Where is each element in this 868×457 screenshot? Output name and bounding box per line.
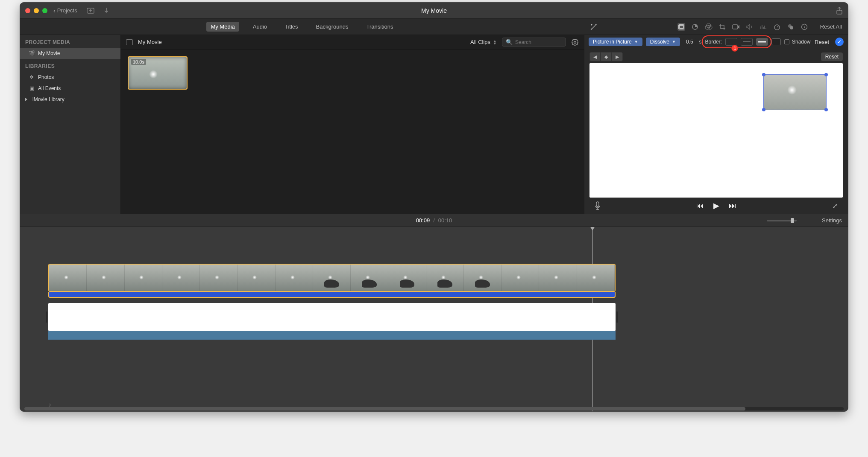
resize-handle-br[interactable] bbox=[824, 108, 828, 111]
browser-title: My Movie bbox=[138, 39, 162, 45]
crop-icon[interactable] bbox=[718, 23, 726, 31]
color-correction-icon[interactable] bbox=[705, 23, 713, 31]
fullscreen-icon[interactable]: ⤢ bbox=[832, 202, 838, 210]
overlay-mode-label: Picture in Picture bbox=[593, 39, 632, 45]
pip-reset-button[interactable]: Reset bbox=[815, 39, 829, 45]
speed-icon[interactable] bbox=[773, 23, 781, 31]
pip-overlay[interactable] bbox=[763, 74, 827, 110]
keyframe-nav: ◀ ◆ ▶ bbox=[589, 52, 623, 61]
sidebar-item-label: iMovie Library bbox=[32, 96, 65, 102]
keyframe-prev-button[interactable]: ◀ bbox=[589, 52, 601, 61]
keyframe-add-button[interactable]: ◆ bbox=[601, 52, 612, 61]
svg-point-14 bbox=[574, 41, 576, 43]
play-button[interactable]: ▶ bbox=[713, 201, 719, 210]
timeline[interactable]: ♪ bbox=[20, 227, 848, 411]
info-icon[interactable] bbox=[801, 23, 808, 31]
clapperboard-icon: 🎬 bbox=[29, 50, 35, 56]
back-to-projects-button[interactable]: ‹ Projects bbox=[53, 7, 77, 14]
photos-icon: ✲ bbox=[29, 74, 35, 80]
tab-titles[interactable]: Titles bbox=[281, 22, 302, 32]
pip-transition-dropdown[interactable]: Dissolve ▼ bbox=[646, 38, 680, 46]
stabilization-icon[interactable] bbox=[732, 23, 740, 31]
canvas-reset-button[interactable]: Reset bbox=[821, 52, 843, 61]
search-input[interactable] bbox=[515, 39, 562, 45]
volume-icon[interactable] bbox=[746, 23, 754, 31]
sidebar: PROJECT MEDIA 🎬 My Movie LIBRARIES ✲ Pho… bbox=[20, 35, 121, 214]
sidebar-item-my-movie[interactable]: 🎬 My Movie bbox=[20, 48, 120, 59]
resize-handle-tr[interactable] bbox=[824, 73, 828, 76]
timeline-scrollbar[interactable] bbox=[24, 407, 844, 410]
download-icon[interactable] bbox=[104, 7, 109, 14]
preview-canvas[interactable] bbox=[589, 63, 843, 198]
tab-audio[interactable]: Audio bbox=[249, 22, 271, 32]
sidebar-item-label: Photos bbox=[38, 74, 54, 80]
clip-filter-dropdown[interactable]: All Clips ▲▼ bbox=[470, 39, 497, 45]
timecode-row: 00:09 / 00:10 Settings bbox=[20, 214, 848, 227]
svg-rect-8 bbox=[733, 25, 738, 29]
canvas-area: ◀ ◆ ▶ Reset bbox=[584, 49, 848, 214]
chevron-down-icon: ▼ bbox=[672, 40, 676, 44]
resize-handle-bl[interactable] bbox=[762, 108, 765, 111]
browser-settings-icon[interactable] bbox=[571, 38, 579, 46]
svg-rect-17 bbox=[596, 202, 599, 207]
overlay-settings-icon[interactable] bbox=[677, 23, 685, 31]
minimize-window-button[interactable] bbox=[34, 8, 39, 13]
sidebar-item-photos[interactable]: ✲ Photos bbox=[20, 72, 120, 83]
svg-point-11 bbox=[790, 26, 793, 29]
color-balance-icon[interactable] bbox=[691, 23, 699, 31]
middle-area: PROJECT MEDIA 🎬 My Movie LIBRARIES ✲ Pho… bbox=[20, 35, 848, 214]
viewer-panel: Picture in Picture ▼ Dissolve ▼ 0.5 s Bo… bbox=[584, 35, 848, 214]
tab-my-media[interactable]: My Media bbox=[206, 22, 239, 32]
share-icon[interactable] bbox=[836, 7, 843, 15]
overlay-audio-lane[interactable] bbox=[48, 292, 616, 298]
time-separator: / bbox=[433, 217, 435, 224]
total-time: 00:10 bbox=[438, 217, 452, 224]
tab-backgrounds[interactable]: Backgrounds bbox=[312, 22, 353, 32]
border-thin-button[interactable] bbox=[741, 38, 753, 46]
border-color-well[interactable] bbox=[771, 38, 781, 45]
resize-handle-tl[interactable] bbox=[762, 73, 765, 76]
clip-trim-handle-right[interactable] bbox=[616, 311, 618, 323]
clip-trim-handle-left[interactable] bbox=[46, 311, 47, 323]
disclosure-triangle-icon[interactable] bbox=[25, 98, 27, 101]
window-title: My Movie bbox=[20, 7, 848, 14]
clip-thumbnail[interactable]: 10.0s bbox=[128, 56, 188, 90]
search-field[interactable]: 🔍 bbox=[502, 38, 566, 47]
noise-reduction-icon[interactable] bbox=[760, 23, 767, 31]
scrollbar-thumb[interactable] bbox=[24, 407, 745, 410]
prev-frame-button[interactable]: ⏮ bbox=[696, 201, 704, 210]
primary-audio-lane[interactable] bbox=[48, 331, 616, 340]
timeline-settings-button[interactable]: Settings bbox=[822, 217, 842, 224]
enhance-wand-icon[interactable] bbox=[590, 23, 598, 31]
pip-shadow-toggle[interactable]: Shadow bbox=[784, 39, 810, 45]
voiceover-mic-icon[interactable] bbox=[595, 201, 601, 210]
events-icon: ▣ bbox=[29, 85, 35, 91]
zoom-window-button[interactable] bbox=[42, 8, 47, 13]
pip-duration-value[interactable]: 0.5 bbox=[683, 38, 696, 46]
keyframe-next-button[interactable]: ▶ bbox=[612, 52, 623, 61]
chevron-down-icon: ▼ bbox=[634, 40, 638, 44]
border-thick-button[interactable] bbox=[756, 38, 768, 46]
sidebar-item-all-events[interactable]: ▣ All Events bbox=[20, 83, 120, 94]
reset-all-button[interactable]: Reset All bbox=[820, 23, 842, 30]
search-icon: 🔍 bbox=[506, 39, 513, 45]
transport-controls: ⏮ ▶ ⏭ ⤢ bbox=[589, 198, 843, 214]
pip-inspector-bar: Picture in Picture ▼ Dissolve ▼ 0.5 s Bo… bbox=[584, 35, 848, 49]
clip-duration-badge: 10.0s bbox=[131, 59, 146, 65]
projects-label: Projects bbox=[57, 7, 77, 14]
sidebar-item-label: All Events bbox=[38, 85, 61, 91]
timeline-zoom-slider[interactable] bbox=[767, 220, 797, 221]
next-frame-button[interactable]: ⏭ bbox=[729, 201, 736, 210]
sidebar-item-imovie-library[interactable]: iMovie Library bbox=[20, 94, 120, 105]
close-window-button[interactable] bbox=[25, 8, 30, 13]
primary-video-clip[interactable] bbox=[48, 303, 616, 331]
sidebar-header-libraries: LIBRARIES bbox=[20, 59, 120, 72]
clip-filter-icon[interactable] bbox=[787, 23, 795, 31]
overlay-mode-dropdown[interactable]: Picture in Picture ▼ bbox=[589, 38, 642, 46]
tab-transitions[interactable]: Transitions bbox=[362, 22, 397, 32]
overlay-video-clip[interactable] bbox=[48, 264, 616, 292]
import-media-icon[interactable] bbox=[87, 8, 94, 14]
filmstrip-toggle[interactable] bbox=[126, 39, 133, 45]
apply-check-button[interactable]: ✓ bbox=[835, 38, 844, 46]
current-time: 00:09 bbox=[416, 217, 430, 224]
